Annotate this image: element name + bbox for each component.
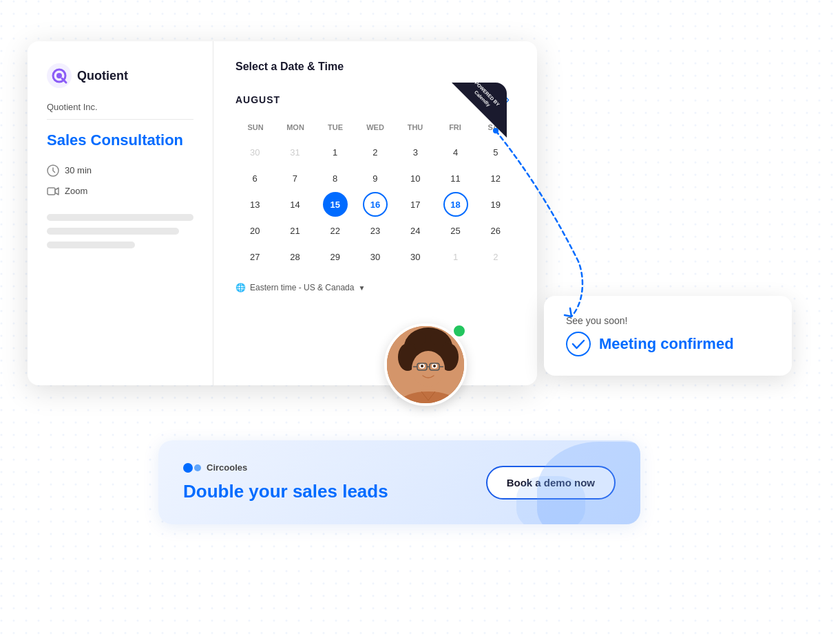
cal-cell: 3 (403, 140, 428, 164)
cal-cell: 26 (483, 218, 508, 243)
book-demo-button[interactable]: Book a demo now (486, 466, 616, 500)
cal-cell: 25 (443, 218, 468, 243)
cal-cell: 12 (483, 166, 508, 191)
cta-card: Circooles Double your sales leads Book a… (158, 440, 640, 524)
meeting-confirmed-text: Meeting confirmed (599, 335, 734, 353)
cal-cell: 30 (363, 244, 388, 269)
zoom-icon (47, 185, 59, 197)
day-header-wed: WED (355, 120, 395, 134)
cal-cell: 9 (363, 166, 388, 191)
cal-cell: 8 (323, 166, 348, 191)
confirmed-row: Meeting confirmed (566, 332, 770, 356)
cal-cell: 30 (242, 140, 267, 164)
svg-point-12 (410, 332, 426, 345)
cal-cell: 1 (323, 140, 348, 164)
cta-brand-dot2 (194, 464, 201, 471)
cal-cell: 4 (443, 140, 468, 164)
cal-cell: 21 (282, 218, 307, 243)
cal-cell: 29 (323, 244, 348, 269)
cal-cell-15-selected[interactable]: 15 (323, 192, 348, 217)
svg-rect-6 (48, 188, 55, 195)
platform-meta: Zoom (47, 185, 193, 197)
cal-cell: 1 (443, 244, 468, 269)
cal-cell: 27 (242, 244, 267, 269)
skeleton-3 (47, 242, 135, 248)
day-header-fri: FRI (435, 120, 475, 134)
cal-cell: 2 (483, 244, 508, 269)
cal-cell: 13 (242, 192, 267, 217)
cal-cell: 31 (282, 140, 307, 164)
clock-icon (47, 164, 59, 177)
cal-cell: 24 (403, 218, 428, 243)
cal-cell: 2 (363, 140, 388, 164)
cta-brand: Circooles (183, 462, 388, 473)
checkmark-icon (566, 332, 591, 356)
cta-brand-dot1 (183, 463, 193, 473)
svg-point-14 (412, 351, 445, 387)
person-avatar-inner (387, 326, 464, 403)
day-header-thu: THU (395, 120, 435, 134)
quotient-logo-icon (47, 63, 72, 88)
timezone-row[interactable]: 🌐 Eastern time - US & Canada ▼ (235, 283, 515, 292)
timezone-text: Eastern time - US & Canada (250, 283, 354, 292)
cal-cell: 7 (282, 166, 307, 191)
svg-point-18 (433, 365, 436, 367)
duration-text: 30 min (65, 165, 92, 175)
skeleton-1 (47, 214, 193, 221)
skeleton-lines (47, 214, 193, 248)
event-title: Sales Consultation (47, 131, 193, 151)
cal-cell-18-selected[interactable]: 18 (443, 192, 468, 217)
logo-area: Quotient (47, 63, 193, 88)
select-datetime-label: Select a Date & Time (235, 61, 515, 73)
day-header-tue: TUE (315, 120, 355, 134)
cal-cell: 14 (282, 192, 307, 217)
svg-point-17 (421, 365, 423, 367)
cal-cell: 11 (443, 166, 468, 191)
calendar-header: SUN MON TUE WED THU FRI SAT (235, 120, 515, 134)
svg-point-4 (56, 73, 62, 78)
cta-brand-name: Circooles (207, 462, 247, 473)
timezone-dropdown-icon: ▼ (358, 284, 365, 292)
cal-cell: 30 (403, 244, 428, 269)
divider (47, 119, 193, 120)
day-header-mon: MON (275, 120, 315, 134)
cal-cell: 6 (242, 166, 267, 191)
cal-cell: 5 (483, 140, 508, 164)
scene: POWERED BY Calendly Quotient Quotient In… (0, 0, 840, 644)
globe-icon: 🌐 (235, 283, 246, 292)
calendar-grid: SUN MON TUE WED THU FRI SAT 30 31 1 2 3 … (235, 120, 515, 269)
platform-text: Zoom (65, 186, 87, 196)
confirmed-card: See you soon! Meeting confirmed (544, 296, 792, 376)
cal-cell: 23 (363, 218, 388, 243)
cal-cell: 20 (242, 218, 267, 243)
company-name: Quotient Inc. (47, 102, 193, 112)
calendar-body: 30 31 1 2 3 4 5 6 7 8 9 10 11 12 13 (235, 140, 515, 269)
online-indicator (452, 323, 467, 339)
cal-cell-16-selected[interactable]: 16 (363, 192, 388, 217)
svg-point-24 (567, 332, 590, 356)
duration-meta: 30 min (47, 164, 193, 177)
day-header-sun: SUN (235, 120, 275, 134)
cta-left: Circooles Double your sales leads (183, 462, 388, 502)
cal-cell: 22 (323, 218, 348, 243)
svg-point-13 (430, 332, 447, 345)
skeleton-2 (47, 228, 179, 235)
logo-text: Quotient (77, 69, 128, 83)
cta-headline: Double your sales leads (183, 481, 388, 502)
left-panel: Quotient Quotient Inc. Sales Consultatio… (28, 41, 213, 385)
cal-cell: 17 (403, 192, 428, 217)
cal-cell: 28 (282, 244, 307, 269)
month-label: AUGUST (235, 94, 280, 105)
see-you-soon-text: See you soon! (566, 315, 770, 326)
cal-cell: 19 (483, 192, 508, 217)
cal-cell: 10 (403, 166, 428, 191)
